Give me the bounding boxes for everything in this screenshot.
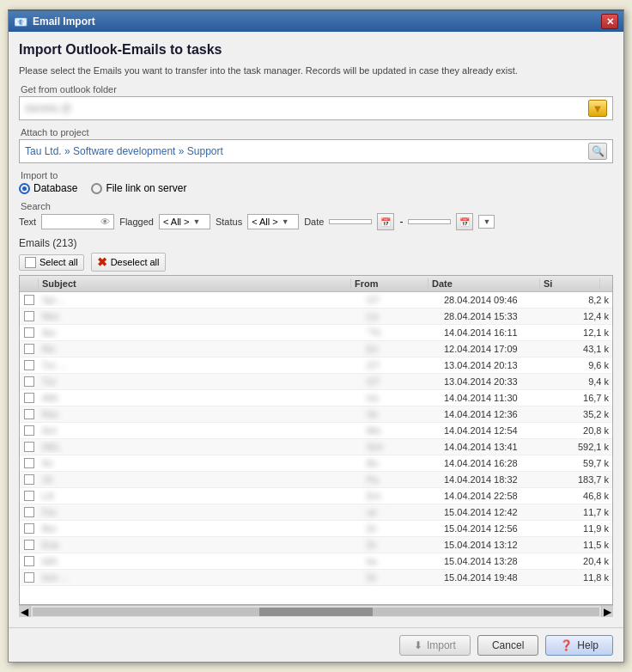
email-checkbox[interactable] <box>24 425 34 436</box>
date-to-input[interactable] <box>408 219 451 224</box>
email-row[interactable]: Ant Mic 14.04.2014 12:54 20,8 k <box>20 423 612 439</box>
email-date-cell: 14.04.2014 16:11 <box>441 327 552 339</box>
col-size: Si <box>540 278 600 289</box>
email-checkbox[interactable] <box>24 491 34 501</box>
project-browse-button[interactable]: 🔍 <box>588 143 607 160</box>
import-button[interactable]: ⬇ Import <box>399 635 471 656</box>
cancel-button[interactable]: Cancel <box>477 635 538 656</box>
email-size-cell: 43,1 k <box>552 343 612 355</box>
email-row[interactable]: Nev Liv 28.04.2014 15:33 12,4 k <box>20 309 612 325</box>
date-label: Date <box>304 217 324 227</box>
email-checkbox-cell[interactable] <box>20 294 39 306</box>
deselect-all-button[interactable]: ✖ Deselect all <box>91 253 166 272</box>
email-checkbox-cell[interactable] <box>20 522 39 535</box>
search-section-label: Search <box>19 201 613 211</box>
email-list-body[interactable]: Spi ... GT 28.04.2014 09:46 8,2 k Nev Li… <box>20 292 612 604</box>
date-from-input[interactable] <box>329 219 372 224</box>
email-subject-cell: LA <box>39 490 363 502</box>
horizontal-scroll-track[interactable] <box>33 608 599 616</box>
email-checkbox-cell[interactable] <box>20 473 39 486</box>
email-row[interactable]: bild ka 15.04.2014 13:28 20,4 k <box>20 553 612 570</box>
email-checkbox[interactable] <box>24 327 34 338</box>
horizontal-scrollbar[interactable]: ◀ ▶ <box>19 605 613 617</box>
scroll-right-button[interactable]: ▶ <box>601 606 613 617</box>
email-checkbox[interactable] <box>24 311 34 321</box>
radio-filelink[interactable]: File link on server <box>91 182 186 194</box>
email-row[interactable]: Ihr Bo 14.04.2014 16:28 59,7 k <box>20 455 612 472</box>
email-checkbox[interactable] <box>24 474 34 485</box>
email-checkbox-cell[interactable] <box>20 490 39 502</box>
email-row[interactable]: Tur ... GT 13.04.2014 20:13 9,6 k <box>20 357 612 374</box>
email-row[interactable]: LA Em 14.04.2014 22:58 46,8 k <box>20 488 612 504</box>
page-description: Please select the Emails you want to tra… <box>19 64 613 77</box>
email-checkbox-cell[interactable] <box>20 327 39 339</box>
email-row[interactable]: 16 Pa 14.04.2014 18:32 183,7 k <box>20 472 612 488</box>
email-checkbox[interactable] <box>24 458 34 468</box>
email-checkbox[interactable] <box>24 556 34 566</box>
search-input[interactable] <box>46 217 97 227</box>
email-checkbox[interactable] <box>24 442 34 452</box>
email-checkbox[interactable] <box>24 344 34 354</box>
import-to-label: Import to <box>19 170 613 180</box>
email-subject: Re: <box>42 344 57 354</box>
date-from-calendar-button[interactable]: 📅 <box>377 213 394 230</box>
email-row[interactable]: Bor Dr 15.04.2014 12:56 11,9 k <box>20 521 612 537</box>
email-checkbox[interactable] <box>24 572 34 583</box>
email-from-cell: Liv <box>363 310 441 322</box>
folder-value: daniela @ <box>25 102 588 114</box>
email-checkbox-cell[interactable] <box>20 571 39 583</box>
email-date-cell: 14.04.2014 18:32 <box>441 473 552 486</box>
email-from-cell: Eri <box>363 343 441 355</box>
folder-browse-button[interactable]: ▼ <box>588 100 607 117</box>
email-checkbox-cell[interactable] <box>20 441 39 453</box>
email-row[interactable]: Rec Ve 14.04.2014 12:36 35,2 k <box>20 406 612 423</box>
email-from-cell: Mic <box>363 425 441 437</box>
email-row[interactable]: AW: Ho 14.04.2014 11:30 16,7 k <box>20 390 612 406</box>
email-checkbox[interactable] <box>24 376 34 387</box>
email-subject-cell: 16 <box>39 473 363 486</box>
email-checkbox-cell[interactable] <box>20 310 39 322</box>
email-checkbox[interactable] <box>24 523 34 534</box>
email-row[interactable]: Aw "Th 14.04.2014 16:11 12,1 k <box>20 325 612 341</box>
email-checkbox-cell[interactable] <box>20 506 39 518</box>
status-dropdown[interactable]: < All > ▼ <box>247 214 299 229</box>
email-checkbox-cell[interactable] <box>20 392 39 404</box>
search-extra-dropdown[interactable]: ▼ <box>478 215 495 229</box>
email-row[interactable]: lore ... Dr 15.04.2014 19:48 11,8 k <box>20 570 612 586</box>
email-checkbox[interactable] <box>24 393 34 403</box>
email-from-cell: GT <box>363 359 441 371</box>
email-checkbox[interactable] <box>24 540 34 550</box>
email-checkbox[interactable] <box>24 507 34 517</box>
email-checkbox-cell[interactable] <box>20 457 39 469</box>
radio-database[interactable]: Database <box>19 182 77 194</box>
email-checkbox[interactable] <box>24 295 34 305</box>
email-subject: lore ... <box>42 572 69 583</box>
email-row[interactable]: Re: Eri 12.04.2014 17:09 43,1 k <box>20 341 612 357</box>
email-checkbox-cell[interactable] <box>20 359 39 371</box>
email-checkbox-cell[interactable] <box>20 555 39 567</box>
date-to-calendar-button[interactable]: 📅 <box>456 213 473 230</box>
email-checkbox-cell[interactable] <box>20 408 39 420</box>
email-checkbox-cell[interactable] <box>20 343 39 355</box>
status-label: Status <box>216 217 242 227</box>
email-checkbox-cell[interactable] <box>20 425 39 437</box>
project-value: Tau Ltd. » Software development » Suppor… <box>25 145 588 157</box>
email-row[interactable]: Tur GT 13.04.2014 20:33 9,4 k <box>20 374 612 390</box>
email-row[interactable]: Fw: ve 15.04.2014 12:42 11,7 k <box>20 504 612 521</box>
help-button[interactable]: ❓ Help <box>545 635 613 656</box>
horizontal-scroll-thumb[interactable] <box>259 608 373 616</box>
close-button[interactable]: ✕ <box>601 14 618 29</box>
email-checkbox[interactable] <box>24 360 34 370</box>
email-row[interactable]: DEL Sch 14.04.2014 13:41 592,1 k <box>20 439 612 455</box>
email-date-cell: 14.04.2014 13:41 <box>441 441 552 453</box>
scroll-left-button[interactable]: ◀ <box>19 606 31 617</box>
email-row[interactable]: Eva Dr 15.04.2014 13:12 11,5 k <box>20 537 612 553</box>
footer-bar: ⬇ Import Cancel ❓ Help <box>9 627 623 662</box>
flagged-dropdown[interactable]: < All > ▼ <box>159 214 210 229</box>
email-checkbox-cell[interactable] <box>20 539 39 551</box>
email-subject-cell: lore ... <box>39 571 363 583</box>
email-checkbox[interactable] <box>24 409 34 419</box>
select-all-button[interactable]: Select all <box>19 254 84 271</box>
email-row[interactable]: Spi ... GT 28.04.2014 09:46 8,2 k <box>20 292 612 309</box>
email-checkbox-cell[interactable] <box>20 376 39 388</box>
